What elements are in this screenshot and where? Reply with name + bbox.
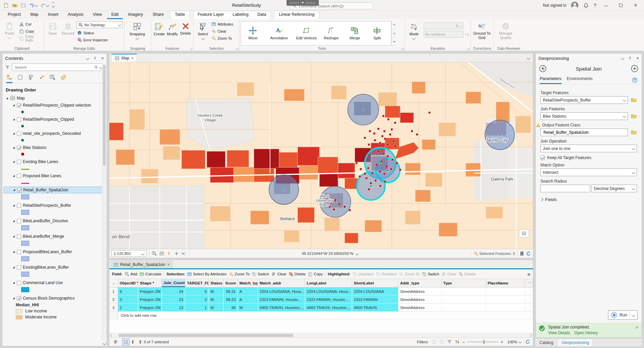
- view-labeling-button[interactable]: [60, 74, 66, 83]
- zoom-to-highlighted-button[interactable]: Zoom To: [399, 272, 420, 276]
- cell[interactable]: StreetAddress: [399, 304, 442, 311]
- topology-combo[interactable]: No Topology: [76, 21, 123, 28]
- keep-all-target-features-checkbox[interactable]: Keep All Target Features: [540, 155, 637, 160]
- tab-map[interactable]: Map: [26, 11, 43, 19]
- edit-vertices-tool[interactable]: Edit Vertices: [294, 22, 319, 45]
- tab-table[interactable]: Table: [171, 11, 189, 19]
- cell[interactable]: Polygon ZM: [138, 304, 162, 311]
- tab-view[interactable]: View: [88, 11, 106, 19]
- layer-checkbox[interactable]: [17, 219, 21, 223]
- new-bookmark-button[interactable]: [152, 251, 157, 256]
- view-details-link[interactable]: View Details: [548, 331, 570, 335]
- cell[interactable]: 1: [185, 304, 209, 311]
- cell[interactable]: 99.23: [224, 296, 238, 303]
- select-by-attributes-button[interactable]: Select By Attributes: [187, 272, 227, 276]
- browse-folder-icon[interactable]: [631, 113, 637, 119]
- cell[interactable]: 24: [162, 287, 185, 295]
- zoom-in-button[interactable]: +: [500, 339, 503, 345]
- cell[interactable]: StreetAddress: [399, 287, 442, 295]
- table-row[interactable]: 3 1 Polygon ZM 13 1 M 90 M 4900 TRAVIS, …: [109, 304, 533, 312]
- layer-item[interactable]: BikeLaneBuffer_Dissolve: [4, 218, 105, 224]
- cell[interactable]: M: [209, 287, 224, 295]
- column-header[interactable]: ShortLabel: [352, 279, 399, 287]
- copy-path-button[interactable]: Copy Path: [18, 35, 43, 42]
- copy-selection-button[interactable]: Copy: [308, 272, 323, 276]
- layer-checkbox[interactable]: [17, 281, 21, 285]
- table-menu-button[interactable]: ≡: [527, 271, 530, 277]
- clear-selection-button[interactable]: Clear: [271, 272, 286, 276]
- cell[interactable]: M: [209, 304, 224, 311]
- refresh-icon[interactable]: [525, 339, 530, 344]
- column-header[interactable]: TARGET_FID: [185, 279, 209, 287]
- column-header[interactable]: Score: [224, 279, 238, 287]
- sort-icon[interactable]: [455, 339, 460, 344]
- cell[interactable]: 2204 LOUISIANA: [352, 287, 399, 295]
- row-selector-header[interactable]: [109, 279, 118, 287]
- attributes-button[interactable]: Attributes: [211, 21, 234, 28]
- cell[interactable]: 13: [162, 304, 185, 311]
- tab-edit[interactable]: Edit: [107, 11, 123, 19]
- chevron-down-icon[interactable]: [621, 56, 624, 60]
- cell[interactable]: 2204 LOUISIANA, Hous...: [258, 287, 305, 295]
- maximize-button[interactable]: [616, 0, 626, 11]
- table-view-button[interactable]: [112, 339, 119, 345]
- save-project-button[interactable]: [21, 3, 26, 8]
- minimize-button[interactable]: —: [601, 0, 611, 11]
- tab-linear-referencing[interactable]: Linear Referencing: [274, 11, 319, 19]
- browse-folder-icon[interactable]: [631, 97, 637, 103]
- expander-icon[interactable]: [13, 189, 15, 191]
- close-icon[interactable]: ×: [101, 55, 104, 61]
- zoom-percent-combo[interactable]: 100%: [506, 340, 523, 344]
- close-icon[interactable]: ×: [636, 55, 639, 61]
- snapping-button[interactable]: Snapping: [126, 21, 149, 39]
- table-row[interactable]: 2 3 Polygon ZM 23 3 M 99.23 A 2323 FANNI…: [109, 296, 533, 304]
- layer-item[interactable]: BikeLaneBuffer_Merge: [4, 233, 105, 240]
- zoom-slider[interactable]: [467, 342, 498, 342]
- browse-folder-icon[interactable]: [631, 129, 637, 135]
- cell[interactable]: 3: [185, 296, 209, 303]
- view-editing-button[interactable]: [39, 74, 45, 83]
- pause-drawing-button[interactable]: [521, 252, 523, 256]
- tab-imagery[interactable]: Imagery: [123, 11, 147, 19]
- tab-share[interactable]: Share: [148, 11, 168, 19]
- delete-selection-button[interactable]: Delete: [289, 272, 306, 276]
- unselect-highlighted-button[interactable]: Unselect: [353, 272, 374, 276]
- ground-to-grid-button[interactable]: Ground To Grid: [472, 21, 492, 40]
- switch-highlighted-button[interactable]: Switch: [422, 272, 439, 276]
- expander-icon[interactable]: [12, 146, 15, 149]
- layer-checkbox[interactable]: [17, 265, 21, 270]
- tab-list-chevron-icon[interactable]: [527, 56, 530, 60]
- expander-icon[interactable]: [12, 118, 15, 121]
- cell[interactable]: StreetAddress: [399, 296, 442, 303]
- expander-icon[interactable]: [6, 97, 8, 100]
- row-number[interactable]: 1: [109, 287, 118, 295]
- tab-feature-layer[interactable]: Feature Layer: [193, 11, 228, 19]
- pin-icon[interactable]: [628, 56, 632, 61]
- close-notification-icon[interactable]: ×: [636, 325, 638, 330]
- tab-data[interactable]: Data: [253, 11, 270, 19]
- delete-button[interactable]: Delete: [179, 21, 192, 35]
- cell[interactable]: [486, 296, 525, 303]
- map-scale-combo[interactable]: 1:132,802: [111, 250, 146, 257]
- close-icon[interactable]: ×: [131, 56, 134, 61]
- cell[interactable]: [442, 304, 486, 311]
- expander-icon[interactable]: [12, 175, 15, 177]
- reselect-highlighted-button[interactable]: Reselect: [376, 272, 397, 276]
- cell[interactable]: 2323 FANNIN: [352, 296, 399, 303]
- layer-item[interactable]: ExistingBikeLanes_Buffer: [4, 264, 105, 271]
- dialog-launcher-icon[interactable]: ◿: [467, 47, 469, 50]
- row-number[interactable]: 3: [109, 304, 118, 311]
- clear-selection-button[interactable]: Clear: [211, 28, 234, 35]
- create-button[interactable]: Create: [153, 21, 165, 36]
- add-field-button[interactable]: Add: [125, 272, 137, 276]
- switch-selection-button[interactable]: Switch: [252, 272, 269, 276]
- layer-item[interactable]: RetailSiteProspects_Clipped selection: [4, 102, 105, 109]
- layer-item[interactable]: Bike Stations: [4, 144, 105, 151]
- tab-analysis[interactable]: Analysis: [64, 11, 88, 19]
- close-icon[interactable]: ×: [167, 262, 170, 267]
- layer-checkbox[interactable]: [17, 117, 21, 122]
- view-selection-button[interactable]: [28, 74, 34, 83]
- scroll-right-icon[interactable]: [529, 334, 532, 337]
- layer-item[interactable]: Proposed Bike Lanes: [4, 172, 105, 179]
- next-record-button[interactable]: [138, 340, 141, 344]
